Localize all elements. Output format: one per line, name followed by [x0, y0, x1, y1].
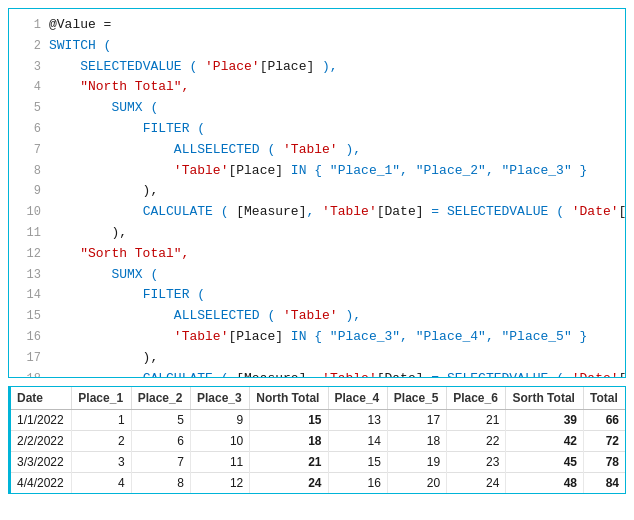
table-cell: 11: [190, 452, 249, 473]
table-cell: 6: [131, 431, 190, 452]
line-number: 15: [17, 307, 41, 326]
table-cell: 20: [387, 473, 446, 494]
table-cell: 23: [447, 452, 506, 473]
code-line: 13 SUMX (: [9, 265, 625, 286]
table-cell: 78: [583, 452, 625, 473]
table-cell: 9: [190, 410, 249, 431]
code-text: @Value =: [49, 15, 119, 36]
line-number: 1: [17, 16, 41, 35]
code-line: 18 CALCULATE ( [Measure], 'Table'[Date] …: [9, 369, 625, 378]
table-cell: 16: [328, 473, 387, 494]
table-cell: 7: [131, 452, 190, 473]
line-number: 6: [17, 120, 41, 139]
table-cell: 18: [387, 431, 446, 452]
line-number: 13: [17, 266, 41, 285]
table-cell: 10: [190, 431, 249, 452]
code-line: 11 ),: [9, 223, 625, 244]
table-cell: 17: [387, 410, 446, 431]
table-row: 1/1/2022159151317213966: [11, 410, 625, 431]
code-line: 10 CALCULATE ( [Measure], 'Table'[Date] …: [9, 202, 625, 223]
code-text: SUMX (: [49, 98, 158, 119]
code-editor: 1@Value = 2SWITCH (3 SELECTEDVALUE ( 'Pl…: [8, 8, 626, 378]
code-line: 1@Value =: [9, 15, 625, 36]
line-number: 14: [17, 286, 41, 305]
table-header: Total: [583, 387, 625, 410]
code-line: 15 ALLSELECTED ( 'Table' ),: [9, 306, 625, 327]
table-cell: 4/4/2022: [11, 473, 72, 494]
table-cell: 3/3/2022: [11, 452, 72, 473]
code-text: ALLSELECTED ( 'Table' ),: [49, 306, 361, 327]
table-cell: 19: [387, 452, 446, 473]
table-cell: 2/2/2022: [11, 431, 72, 452]
data-table: DatePlace_1Place_2Place_3North TotalPlac…: [11, 387, 625, 493]
table-cell: 3: [72, 452, 131, 473]
line-number: 12: [17, 245, 41, 264]
code-line: 3 SELECTEDVALUE ( 'Place'[Place] ),: [9, 57, 625, 78]
code-text: CALCULATE ( [Measure], 'Table'[Date] = S…: [49, 369, 626, 378]
line-number: 16: [17, 328, 41, 347]
code-text: 'Table'[Place] IN { "Place_1", "Place_2"…: [49, 161, 587, 182]
code-text: SWITCH (: [49, 36, 111, 57]
table-cell: 12: [190, 473, 249, 494]
table-cell: 66: [583, 410, 625, 431]
line-number: 3: [17, 58, 41, 77]
line-number: 9: [17, 182, 41, 201]
code-text: SELECTEDVALUE ( 'Place'[Place] ),: [49, 57, 338, 78]
table-header: Place_3: [190, 387, 249, 410]
data-table-container: DatePlace_1Place_2Place_3North TotalPlac…: [8, 386, 626, 494]
table-header: North Total: [250, 387, 328, 410]
code-line: 4 "North Total",: [9, 77, 625, 98]
line-number: 17: [17, 349, 41, 368]
table-cell: 24: [447, 473, 506, 494]
table-cell: 2: [72, 431, 131, 452]
line-number: 5: [17, 99, 41, 118]
line-number: 11: [17, 224, 41, 243]
code-text: FILTER (: [49, 285, 205, 306]
code-text: CALCULATE ( [Measure], 'Table'[Date] = S…: [49, 202, 626, 223]
code-line: 16 'Table'[Place] IN { "Place_3", "Place…: [9, 327, 625, 348]
table-row: 2/2/20222610181418224272: [11, 431, 625, 452]
code-text: ),: [49, 348, 158, 369]
table-header: Place_5: [387, 387, 446, 410]
table-row: 4/4/20224812241620244884: [11, 473, 625, 494]
table-cell: 48: [506, 473, 584, 494]
table-cell: 39: [506, 410, 584, 431]
table-cell: 1/1/2022: [11, 410, 72, 431]
table-cell: 72: [583, 431, 625, 452]
code-text: "Sorth Total",: [49, 244, 189, 265]
table-cell: 15: [328, 452, 387, 473]
table-cell: 13: [328, 410, 387, 431]
table-cell: 4: [72, 473, 131, 494]
table-header: Date: [11, 387, 72, 410]
code-line: 12 "Sorth Total",: [9, 244, 625, 265]
table-cell: 22: [447, 431, 506, 452]
line-number: 2: [17, 37, 41, 56]
table-cell: 8: [131, 473, 190, 494]
table-header: Place_1: [72, 387, 131, 410]
code-text: ALLSELECTED ( 'Table' ),: [49, 140, 361, 161]
line-number: 18: [17, 370, 41, 378]
code-line: 5 SUMX (: [9, 98, 625, 119]
code-text: ),: [49, 181, 158, 202]
table-cell: 1: [72, 410, 131, 431]
table-cell: 21: [447, 410, 506, 431]
line-number: 10: [17, 203, 41, 222]
code-line: 7 ALLSELECTED ( 'Table' ),: [9, 140, 625, 161]
code-text: SUMX (: [49, 265, 158, 286]
table-header: Place_6: [447, 387, 506, 410]
code-line: 9 ),: [9, 181, 625, 202]
code-text: ),: [49, 223, 127, 244]
table-cell: 45: [506, 452, 584, 473]
table-cell: 21: [250, 452, 328, 473]
code-line: 6 FILTER (: [9, 119, 625, 140]
code-line: 17 ),: [9, 348, 625, 369]
code-text: 'Table'[Place] IN { "Place_3", "Place_4"…: [49, 327, 587, 348]
table-cell: 15: [250, 410, 328, 431]
table-cell: 18: [250, 431, 328, 452]
table-header: Place_4: [328, 387, 387, 410]
code-text: "North Total",: [49, 77, 189, 98]
line-number: 8: [17, 162, 41, 181]
table-cell: 24: [250, 473, 328, 494]
table-header: Sorth Total: [506, 387, 584, 410]
table-header: Place_2: [131, 387, 190, 410]
